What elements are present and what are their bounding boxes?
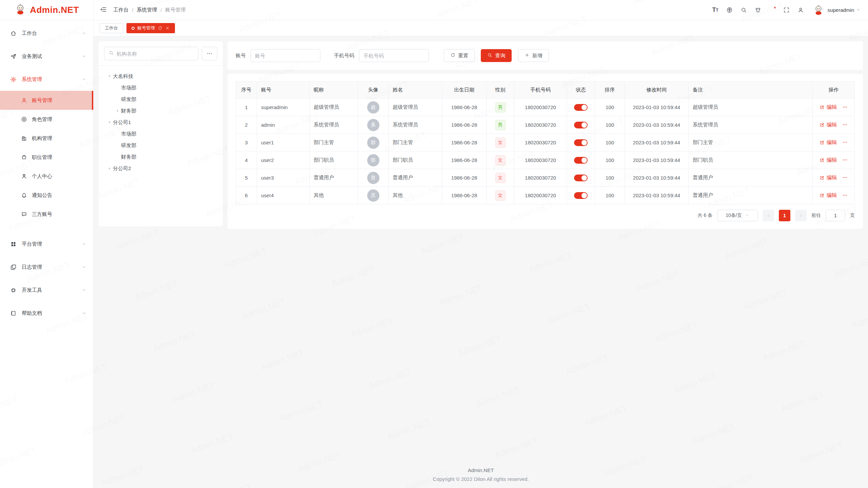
sidebar-subitem[interactable]: 三方账号 bbox=[0, 205, 93, 224]
tab-item[interactable]: 账号管理 bbox=[126, 23, 175, 33]
page-number-current[interactable]: 1 bbox=[779, 210, 790, 221]
sidebar: Admin.NET 工作台业务测试系统管理账号管理角色管理机构管理职位管理个人中… bbox=[0, 0, 94, 488]
org-search-box bbox=[104, 47, 198, 60]
breadcrumb-item[interactable]: 系统管理 bbox=[137, 7, 157, 13]
tree-node[interactable]: 财务部 bbox=[104, 105, 217, 117]
caret-expanded-icon[interactable] bbox=[106, 73, 113, 80]
tree-node[interactable]: 研发部 bbox=[104, 94, 217, 105]
next-page-button[interactable] bbox=[795, 210, 807, 221]
fullscreen-icon[interactable] bbox=[780, 3, 794, 17]
edit-button[interactable]: 编辑 bbox=[820, 122, 837, 128]
account-input[interactable] bbox=[251, 49, 320, 62]
chevron-down-icon[interactable] bbox=[854, 7, 861, 13]
status-toggle[interactable] bbox=[574, 175, 588, 181]
sidebar-item[interactable]: 帮助文档 bbox=[0, 302, 93, 325]
username[interactable]: superadmin bbox=[828, 7, 854, 13]
cell-order: 100 bbox=[595, 187, 625, 204]
sidebar-subitem-label: 账号管理 bbox=[32, 97, 52, 104]
sidebar-subitem[interactable]: 账号管理 bbox=[0, 91, 93, 110]
tab-close-icon[interactable] bbox=[165, 26, 170, 30]
status-toggle[interactable] bbox=[574, 157, 588, 164]
cell-phone: 18020030720 bbox=[514, 116, 567, 134]
row-more-button[interactable] bbox=[842, 175, 848, 180]
language-icon[interactable] bbox=[723, 3, 737, 17]
home-icon bbox=[10, 30, 17, 37]
tree-node[interactable]: 分公司1 bbox=[104, 117, 217, 128]
sidebar-item[interactable]: 开发工具 bbox=[0, 279, 93, 302]
sidebar-item[interactable]: 工作台 bbox=[0, 22, 93, 45]
cell-status bbox=[567, 116, 595, 134]
row-more-button[interactable] bbox=[842, 140, 848, 145]
sidebar-item[interactable]: 平台管理 bbox=[0, 232, 93, 256]
page-size-select[interactable]: 10条/页 bbox=[717, 210, 758, 221]
cell-status bbox=[567, 99, 595, 116]
caret-expanded-icon[interactable] bbox=[106, 119, 113, 126]
phone-input[interactable] bbox=[359, 49, 429, 62]
prev-page-button[interactable] bbox=[763, 210, 774, 221]
navbar: 工作台/系统管理/账号管理 TT superadmin bbox=[94, 0, 868, 20]
cell-birthdate: 1986-06-28 bbox=[442, 169, 487, 187]
status-toggle[interactable] bbox=[574, 122, 588, 128]
tree-more-button[interactable] bbox=[202, 47, 217, 60]
sidebar-subitem[interactable]: 个人中心 bbox=[0, 167, 93, 186]
edit-button[interactable]: 编辑 bbox=[820, 104, 837, 110]
cell-phone: 18020030720 bbox=[514, 99, 567, 116]
cell-birthdate: 1986-06-28 bbox=[442, 187, 487, 204]
tree-node[interactable]: 大名科技 bbox=[104, 70, 217, 82]
caret-collapsed-icon[interactable] bbox=[114, 107, 121, 114]
breadcrumb-item[interactable]: 工作台 bbox=[113, 7, 129, 13]
status-toggle[interactable] bbox=[574, 104, 588, 111]
query-button[interactable]: 查询 bbox=[481, 49, 512, 62]
sidebar-item[interactable]: 日志管理 bbox=[0, 256, 93, 279]
status-toggle[interactable] bbox=[574, 139, 588, 146]
sidebar-subitem[interactable]: 通知公告 bbox=[0, 186, 93, 205]
tree-node[interactable]: 研发部 bbox=[104, 140, 217, 151]
notification-icon[interactable] bbox=[765, 3, 780, 17]
tree-node[interactable]: 分公司2 bbox=[104, 163, 217, 174]
reset-label: 重置 bbox=[458, 53, 468, 59]
reset-button[interactable]: 重置 bbox=[444, 49, 475, 62]
cell-ops-wrap: 编辑 bbox=[820, 140, 848, 146]
avatar: 部 bbox=[367, 154, 379, 166]
sidebar-subitem[interactable]: 角色管理 bbox=[0, 110, 93, 129]
sidebar-item[interactable]: 系统管理 bbox=[0, 68, 93, 91]
edit-button[interactable]: 编辑 bbox=[820, 192, 837, 199]
cell-name: 部门职员 bbox=[389, 151, 442, 169]
logo[interactable]: Admin.NET bbox=[0, 0, 93, 20]
user-avatar[interactable] bbox=[813, 4, 824, 16]
caret-collapsed-icon[interactable] bbox=[106, 165, 113, 172]
tab-item[interactable]: 工作台 bbox=[100, 23, 123, 33]
tree-node[interactable]: 市场部 bbox=[104, 128, 217, 140]
cell-gender: 女 bbox=[487, 169, 514, 187]
edit-label: 编辑 bbox=[827, 122, 837, 128]
edit-button[interactable]: 编辑 bbox=[820, 139, 837, 146]
status-toggle[interactable] bbox=[574, 192, 588, 199]
chevron-down-icon bbox=[82, 31, 86, 36]
edit-button[interactable]: 编辑 bbox=[820, 157, 837, 163]
breadcrumb-item[interactable]: 账号管理 bbox=[165, 7, 185, 13]
theme-icon[interactable] bbox=[751, 3, 765, 17]
tree-node[interactable]: 财务部 bbox=[104, 151, 217, 163]
person-icon[interactable] bbox=[794, 3, 808, 17]
org-search-input[interactable] bbox=[117, 51, 194, 57]
page-size-value: 10条/页 bbox=[726, 212, 742, 219]
search-icon[interactable] bbox=[737, 3, 751, 17]
row-more-button[interactable] bbox=[842, 104, 848, 110]
row-more-button[interactable] bbox=[842, 157, 848, 163]
mascot-logo-icon bbox=[14, 3, 26, 17]
font-size-icon[interactable]: TT bbox=[708, 3, 723, 17]
sidebar-item[interactable]: 业务测试 bbox=[0, 45, 93, 68]
cell-birthdate: 1986-06-28 bbox=[442, 116, 487, 134]
table-header-row: 序号账号昵称头像姓名出生日期性别手机号码状态排序修改时间备注操作 bbox=[236, 82, 855, 99]
tree-node[interactable]: 市场部 bbox=[104, 82, 217, 94]
add-button[interactable]: 新增 bbox=[518, 49, 549, 62]
tree-node-label: 大名科技 bbox=[113, 73, 133, 80]
tab-refresh-icon[interactable] bbox=[158, 26, 162, 30]
menu-fold-icon[interactable] bbox=[100, 6, 108, 15]
row-more-button[interactable] bbox=[842, 122, 848, 127]
sidebar-subitem[interactable]: 机构管理 bbox=[0, 129, 93, 148]
goto-page-input[interactable] bbox=[826, 210, 845, 221]
edit-button[interactable]: 编辑 bbox=[820, 175, 837, 181]
sidebar-subitem[interactable]: 职位管理 bbox=[0, 148, 93, 167]
row-more-button[interactable] bbox=[842, 192, 848, 198]
